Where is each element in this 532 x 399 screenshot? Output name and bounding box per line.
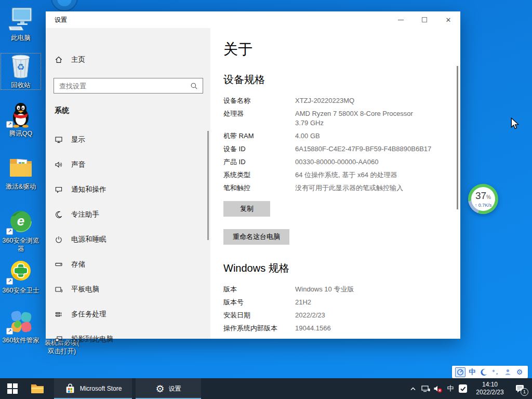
maximize-button[interactable] [413, 11, 436, 28]
spec-row: 版本号21H2 [223, 298, 440, 307]
up-arrow-icon: ↑ [475, 203, 477, 208]
window-title: 设置 [55, 16, 67, 24]
rename-pc-button[interactable]: 重命名这台电脑 [223, 229, 289, 245]
sidebar-item-home[interactable]: 主页 [55, 55, 85, 64]
desktop-icon-label: 此电脑 [11, 34, 31, 42]
title-bar: 设置 ✕ [46, 11, 460, 28]
ime-user-button[interactable] [502, 367, 513, 377]
ime-toolbar: 中 °， ⚙ [452, 366, 528, 378]
maximize-icon [422, 17, 427, 22]
sidebar-item-multitasking[interactable]: 多任务处理 [46, 302, 210, 327]
storage-icon [55, 260, 63, 269]
home-label: 主页 [71, 55, 85, 64]
speed-ball[interactable]: 37% ↑ 0.7K/s [468, 184, 498, 214]
desktop-icon-recycle-bin[interactable]: ♻ 回收站 [1, 54, 41, 89]
content-scrollbar[interactable] [457, 66, 458, 209]
360-browser-icon: e ↗ [7, 209, 34, 235]
speed-ball-inner: 37% ↑ 0.7K/s [471, 187, 495, 211]
desktop-icon-label: 激活&驱动 [6, 182, 36, 191]
desktop-icon-this-pc[interactable]: 此电脑 [1, 6, 41, 42]
person-icon [504, 368, 512, 376]
search-input[interactable] [54, 82, 190, 90]
sidebar-item-tablet[interactable]: 平板电脑 [46, 277, 210, 302]
desktop-icon-tencent-qq[interactable]: ↗ 腾讯QQ [1, 102, 41, 138]
desktop-icon-360-browser[interactable]: e ↗ 360安全浏览 器 [1, 209, 41, 253]
sidebar-item-sound[interactable]: 声音 [46, 152, 210, 177]
this-pc-icon [7, 6, 34, 32]
ime-mode-button[interactable]: 中 [467, 367, 477, 377]
ime-moon-button[interactable] [479, 367, 489, 377]
taskbar-button-microsoft-store[interactable]: Microsoft Store [54, 378, 132, 399]
sidebar-item-display[interactable]: 显示 [46, 127, 210, 152]
device-specs-heading: 设备规格 [223, 73, 440, 86]
spec-row: 设备名称XTZJ-20220223MQ [223, 96, 440, 105]
close-button[interactable]: ✕ [436, 11, 460, 28]
desktop-icon-360-software-manager[interactable]: ↗ 360软件管家 [1, 309, 41, 344]
sidebar-item-label: 存储 [71, 260, 85, 269]
search-icon [190, 82, 198, 90]
tray-volume-muted-icon[interactable] [432, 378, 444, 399]
spec-row: 操作系统内部版本19044.1566 [223, 324, 440, 333]
tray-network-icon[interactable] [419, 378, 432, 399]
network-speed: ↑ 0.7K/s [475, 203, 492, 208]
desktop-icon-360-safeguard[interactable]: ↗ 360安全卫士 [1, 259, 41, 295]
spec-row: 处理器AMD Ryzen 7 5800X 8-Core Processor 3.… [223, 109, 440, 128]
settings-content: 关于 设备规格 设备名称XTZJ-20220223MQ 处理器AMD Ryzen… [210, 28, 460, 339]
settings-sidebar: 主页 系统 显示 [46, 28, 210, 339]
recycle-bin-icon: ♻ [7, 54, 34, 79]
sidebar-nav: 显示 声音 通知和操作 [46, 127, 210, 352]
multitasking-icon [55, 310, 63, 318]
spec-row: 安装日期2022/2/23 [223, 311, 440, 320]
mouse-cursor [510, 117, 520, 130]
desktop-icon-activate-driver[interactable]: 激活&驱动 [1, 155, 41, 191]
minimize-button[interactable] [389, 11, 413, 28]
speedometer-icon [457, 368, 464, 376]
desktop-icon-label: 回收站 [11, 81, 31, 89]
tray-antivirus-icon[interactable] [457, 378, 469, 399]
tray-ime-indicator[interactable]: 中 [444, 378, 457, 399]
sidebar-item-projecting[interactable]: 投影到此电脑 [46, 327, 210, 352]
ime-punctuation-button[interactable]: °， [490, 367, 501, 377]
hidden-desktop-icon[interactable] [51, 0, 78, 11]
sidebar-section-label: 系统 [55, 106, 69, 115]
microsoft-store-icon [64, 383, 76, 394]
notifications-icon [55, 185, 63, 194]
system-tray: 中 14:10 2022/2/23 1 [407, 378, 532, 399]
tray-chevron-up-icon[interactable] [407, 378, 419, 399]
device-specs-rows: 设备名称XTZJ-20220223MQ 处理器AMD Ryzen 7 5800X… [223, 96, 440, 193]
spec-row: 设备 ID6A15880F-C4E2-47F9-BF59-F4B8890B6B1… [223, 144, 440, 154]
spec-row: 机带 RAM4.00 GB [223, 131, 440, 141]
search-box[interactable] [54, 78, 203, 94]
start-button[interactable] [0, 378, 25, 399]
copy-button[interactable]: 复制 [223, 201, 270, 217]
sidebar-item-label: 投影到此电脑 [71, 335, 113, 344]
sidebar-item-label: 平板电脑 [71, 285, 99, 294]
sidebar-item-label: 通知和操作 [71, 185, 107, 194]
windows-specs-heading: Windows 规格 [223, 261, 440, 275]
clock-date: 2022/2/23 [469, 389, 511, 396]
taskbar: Microsoft Store ⚙ 设置 [0, 378, 532, 399]
action-center-button[interactable]: 1 [511, 378, 529, 399]
sound-icon [55, 161, 63, 169]
sidebar-item-focus-assist[interactable]: 专注助手 [46, 202, 210, 227]
spec-row: 版本Windows 10 专业版 [223, 285, 440, 294]
sidebar-item-storage[interactable]: 存储 [46, 252, 210, 277]
taskbar-button-settings[interactable]: ⚙ 设置 [136, 378, 201, 399]
shortcut-arrow-icon: ↗ [6, 228, 13, 235]
ime-status-button[interactable] [455, 367, 466, 377]
browser-e-glyph: e [17, 213, 24, 229]
360-safeguard-icon: ↗ [7, 259, 34, 285]
taskbar-clock[interactable]: 14:10 2022/2/23 [469, 381, 511, 396]
desktop-icon-label: 360安全浏览 器 [3, 236, 39, 253]
desktop-icon-label: 腾讯QQ [9, 129, 32, 138]
file-explorer-button[interactable] [25, 378, 50, 399]
sidebar-item-power-sleep[interactable]: 电源和睡眠 [46, 227, 210, 252]
desktop: 此电脑 ♻ 回收站 [0, 0, 532, 399]
spec-row: 笔和触控没有可用于此显示器的笔或触控输入 [223, 183, 440, 193]
settings-window: 设置 ✕ 主页 系统 [46, 11, 460, 339]
display-icon [55, 136, 63, 144]
ime-settings-button[interactable]: ⚙ [514, 367, 525, 377]
sidebar-scrollbar[interactable] [207, 131, 209, 240]
sidebar-item-label: 声音 [71, 160, 85, 169]
sidebar-item-notifications[interactable]: 通知和操作 [46, 177, 210, 202]
